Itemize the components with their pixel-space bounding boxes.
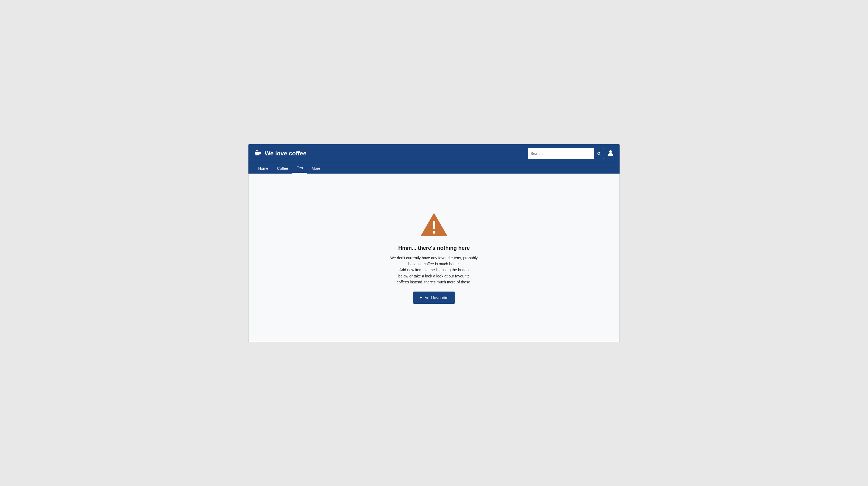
- search-icon: [597, 151, 601, 156]
- nav-item-more[interactable]: More: [307, 164, 325, 173]
- logo-area: We love coffee: [254, 149, 307, 158]
- svg-rect-1: [256, 150, 257, 151]
- nav-item-home[interactable]: Home: [254, 164, 273, 173]
- search-input[interactable]: [528, 148, 594, 159]
- svg-rect-6: [433, 231, 435, 233]
- warning-triangle: [419, 212, 449, 238]
- browser-window: We love coffee Home Coffee Tea: [248, 144, 620, 342]
- search-box[interactable]: [528, 148, 604, 159]
- warning-icon: [419, 212, 449, 237]
- user-icon[interactable]: [607, 149, 614, 158]
- top-right-area: [528, 148, 614, 159]
- coffee-cup-icon: [254, 149, 261, 158]
- top-bar: We love coffee: [248, 144, 620, 163]
- empty-state: Hmm... there's nothing here We don't cur…: [390, 212, 478, 304]
- empty-state-description: We don't currently have any favourite te…: [390, 255, 478, 285]
- add-favourite-label: Add favourite: [425, 295, 448, 300]
- logo-text: We love coffee: [265, 150, 307, 157]
- main-content: Hmm... there's nothing here We don't cur…: [248, 173, 620, 342]
- svg-point-3: [609, 150, 612, 153]
- svg-rect-5: [433, 221, 435, 229]
- add-favourite-button[interactable]: + Add favourite: [413, 292, 455, 304]
- secondary-nav: Home Coffee Tea More: [248, 163, 620, 173]
- nav-item-coffee[interactable]: Coffee: [273, 164, 292, 173]
- search-button[interactable]: [594, 148, 604, 159]
- nav-item-tea[interactable]: Tea: [292, 163, 307, 173]
- empty-state-title: Hmm... there's nothing here: [398, 245, 470, 251]
- plus-icon: +: [420, 295, 423, 300]
- svg-rect-2: [257, 150, 258, 151]
